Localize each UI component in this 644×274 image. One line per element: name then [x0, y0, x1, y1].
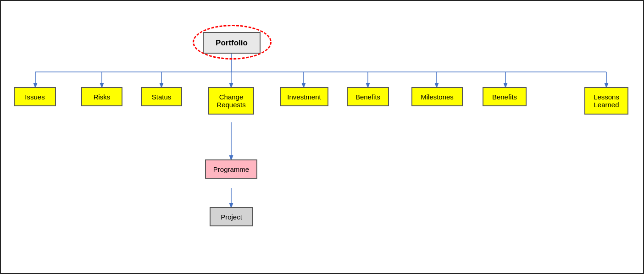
programme-node: Programme	[205, 159, 257, 179]
connector-lines	[1, 1, 644, 274]
milestones-node: Milestones	[411, 87, 463, 106]
change-requests-node: ChangeRequests	[208, 87, 254, 115]
benefits1-node: Benefits	[347, 87, 389, 106]
benefits2-node: Benefits	[483, 87, 527, 106]
investment-node: Investment	[280, 87, 328, 106]
status-node: Status	[141, 87, 182, 106]
lessons-learned-node: LessonsLearned	[584, 87, 628, 115]
diagram-canvas: Portfolio Issues Risks Status ChangeRequ…	[0, 0, 644, 274]
portfolio-node: Portfolio	[203, 32, 261, 54]
risks-node: Risks	[81, 87, 122, 106]
project-node: Project	[210, 207, 253, 226]
issues-node: Issues	[14, 87, 56, 106]
